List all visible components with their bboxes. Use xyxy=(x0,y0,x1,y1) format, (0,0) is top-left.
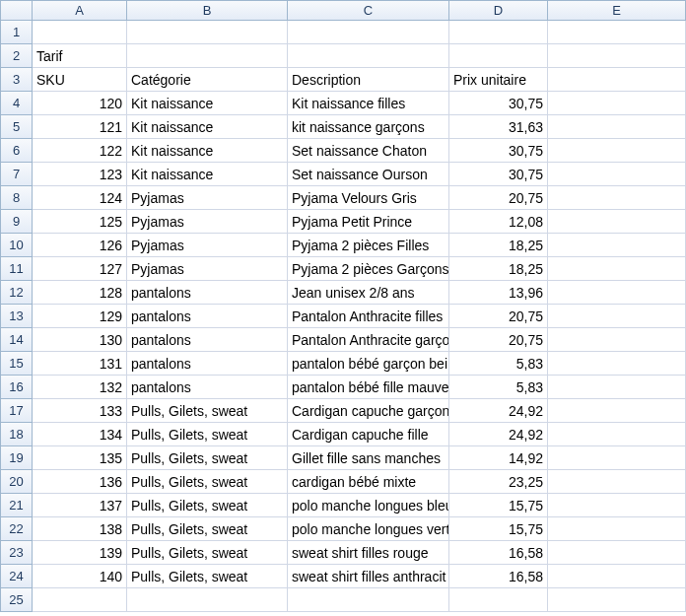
cell-sku[interactable]: 138 xyxy=(33,517,127,541)
row-header-16[interactable]: 16 xyxy=(1,376,33,399)
row-header-12[interactable]: 12 xyxy=(1,281,33,305)
cell-cat[interactable]: pantalons xyxy=(127,328,288,352)
cell-sku[interactable]: 128 xyxy=(33,281,127,305)
cell-cat[interactable]: pantalons xyxy=(127,376,288,399)
row-header-25[interactable]: 25 xyxy=(1,588,33,612)
cell-empty[interactable] xyxy=(548,44,686,68)
cell-sku[interactable]: 120 xyxy=(33,92,127,115)
row-header-19[interactable]: 19 xyxy=(1,446,33,470)
cell-sku[interactable]: 123 xyxy=(33,163,127,186)
cell-price[interactable]: 18,25 xyxy=(449,234,548,257)
cell-cat[interactable]: Kit naissance xyxy=(127,92,288,115)
cell-cat[interactable]: pantalons xyxy=(127,352,288,376)
cell-empty[interactable] xyxy=(548,494,686,517)
cell-empty[interactable] xyxy=(548,376,686,399)
spreadsheet-grid[interactable]: ABCDE12Tarif3SKUCatégorieDescriptionPrix… xyxy=(0,0,686,612)
row-header-8[interactable]: 8 xyxy=(1,186,33,210)
cell-cat[interactable]: Pulls, Gilets, sweat xyxy=(127,470,288,494)
cell-price[interactable]: 18,25 xyxy=(449,257,548,281)
cell-sku[interactable]: 121 xyxy=(33,115,127,139)
cell-empty[interactable] xyxy=(548,470,686,494)
cell-desc[interactable]: pantalon bébé fille mauve xyxy=(288,376,449,399)
row-header-7[interactable]: 7 xyxy=(1,163,33,186)
row-header-23[interactable]: 23 xyxy=(1,541,33,565)
row-header-9[interactable]: 9 xyxy=(1,210,33,234)
cell-desc[interactable]: polo manche longues vert xyxy=(288,517,449,541)
cell-empty[interactable] xyxy=(548,21,686,44)
cell-empty[interactable] xyxy=(548,423,686,446)
cell-sku[interactable]: 125 xyxy=(33,210,127,234)
cell-price[interactable]: 20,75 xyxy=(449,328,548,352)
col-header-C[interactable]: C xyxy=(288,1,449,21)
cell-sku[interactable]: 127 xyxy=(33,257,127,281)
cell-cat[interactable]: Pulls, Gilets, sweat xyxy=(127,517,288,541)
cell-cat[interactable]: Pulls, Gilets, sweat xyxy=(127,423,288,446)
cell-empty[interactable] xyxy=(548,352,686,376)
cell-price[interactable]: 30,75 xyxy=(449,139,548,163)
row-header-6[interactable]: 6 xyxy=(1,139,33,163)
cell-cat[interactable]: Pulls, Gilets, sweat xyxy=(127,494,288,517)
row-header-1[interactable]: 1 xyxy=(1,21,33,44)
cell-sku[interactable]: 139 xyxy=(33,541,127,565)
cell-empty[interactable] xyxy=(548,139,686,163)
cell-empty[interactable] xyxy=(548,68,686,92)
cell-sku[interactable]: 132 xyxy=(33,376,127,399)
row-header-10[interactable]: 10 xyxy=(1,234,33,257)
cell-price[interactable]: 24,92 xyxy=(449,423,548,446)
header-cat[interactable]: Catégorie xyxy=(127,68,288,92)
cell-price[interactable]: 5,83 xyxy=(449,352,548,376)
cell-price[interactable]: 16,58 xyxy=(449,565,548,588)
cell-price[interactable]: 24,92 xyxy=(449,399,548,423)
cell-empty[interactable] xyxy=(449,44,548,68)
cell-cat[interactable]: Pyjamas xyxy=(127,234,288,257)
cell-sku[interactable]: 137 xyxy=(33,494,127,517)
cell-price[interactable]: 5,83 xyxy=(449,376,548,399)
cell-cat[interactable]: pantalons xyxy=(127,281,288,305)
cell-cat[interactable]: pantalons xyxy=(127,305,288,328)
cell-desc[interactable]: kit naissance garçons xyxy=(288,115,449,139)
cell-empty[interactable] xyxy=(548,92,686,115)
cell-empty[interactable] xyxy=(548,186,686,210)
cell-desc[interactable]: Pyjama Petit Prince xyxy=(288,210,449,234)
cell-empty[interactable] xyxy=(449,588,548,612)
row-header-21[interactable]: 21 xyxy=(1,494,33,517)
cell-title[interactable]: Tarif xyxy=(33,44,127,68)
row-header-3[interactable]: 3 xyxy=(1,68,33,92)
cell-empty[interactable] xyxy=(127,588,288,612)
cell-desc[interactable]: Cardigan capuche fille xyxy=(288,423,449,446)
cell-cat[interactable]: Kit naissance xyxy=(127,115,288,139)
cell-empty[interactable] xyxy=(548,210,686,234)
cell-price[interactable]: 30,75 xyxy=(449,163,548,186)
cell-empty[interactable] xyxy=(33,588,127,612)
cell-empty[interactable] xyxy=(548,588,686,612)
row-header-5[interactable]: 5 xyxy=(1,115,33,139)
cell-empty[interactable] xyxy=(548,281,686,305)
cell-empty[interactable] xyxy=(288,44,449,68)
cell-cat[interactable]: Pyjamas xyxy=(127,186,288,210)
cell-desc[interactable]: cardigan bébé mixte xyxy=(288,470,449,494)
cell-cat[interactable]: Pyjamas xyxy=(127,257,288,281)
cell-sku[interactable]: 129 xyxy=(33,305,127,328)
cell-desc[interactable]: Kit naissance filles xyxy=(288,92,449,115)
cell-desc[interactable]: Pantalon Anthracite garço xyxy=(288,328,449,352)
cell-cat[interactable]: Kit naissance xyxy=(127,139,288,163)
cell-price[interactable]: 30,75 xyxy=(449,92,548,115)
cell-price[interactable]: 20,75 xyxy=(449,305,548,328)
cell-price[interactable]: 14,92 xyxy=(449,446,548,470)
cell-desc[interactable]: Pyjama Velours Gris xyxy=(288,186,449,210)
cell-empty[interactable] xyxy=(548,565,686,588)
row-header-4[interactable]: 4 xyxy=(1,92,33,115)
cell-empty[interactable] xyxy=(548,328,686,352)
cell-sku[interactable]: 126 xyxy=(33,234,127,257)
cell-desc[interactable]: Pantalon Anthracite filles xyxy=(288,305,449,328)
cell-sku[interactable]: 130 xyxy=(33,328,127,352)
row-header-14[interactable]: 14 xyxy=(1,328,33,352)
cell-desc[interactable]: polo manche longues bleu xyxy=(288,494,449,517)
row-header-13[interactable]: 13 xyxy=(1,305,33,328)
cell-sku[interactable]: 134 xyxy=(33,423,127,446)
cell-empty[interactable] xyxy=(548,305,686,328)
cell-empty[interactable] xyxy=(33,21,127,44)
row-header-20[interactable]: 20 xyxy=(1,470,33,494)
cell-empty[interactable] xyxy=(548,163,686,186)
cell-sku[interactable]: 136 xyxy=(33,470,127,494)
